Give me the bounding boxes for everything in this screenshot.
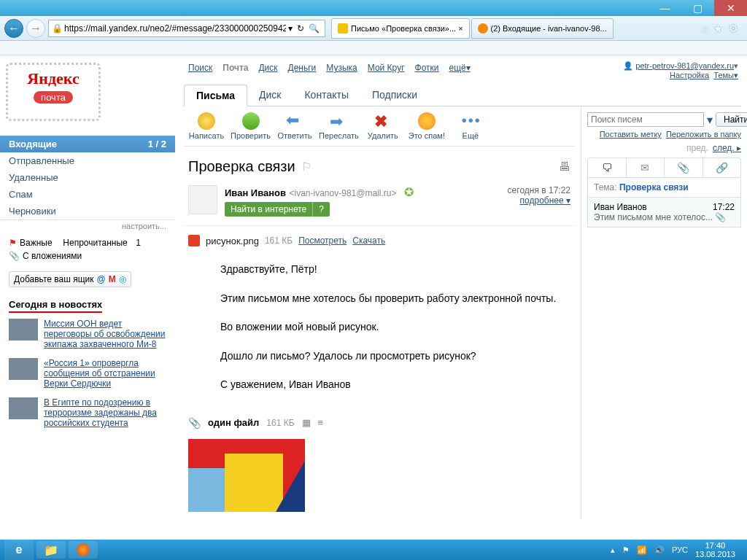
reply-icon: ⬅ xyxy=(286,112,303,130)
link-tab[interactable]: 🔗 xyxy=(703,158,741,177)
favorites-icon[interactable]: ★ xyxy=(713,23,723,34)
search-icon[interactable]: 🔍 xyxy=(309,23,320,34)
tray-up-icon[interactable]: ▴ xyxy=(611,545,615,555)
more-icon: ••• xyxy=(462,112,479,130)
dropdown-icon[interactable]: ▾ xyxy=(288,23,293,34)
news-item[interactable]: Миссия ООН ведет переговоры об освобожде… xyxy=(9,319,166,349)
home-icon[interactable]: ⌂ xyxy=(702,23,708,34)
window-titlebar: — ▢ ✕ xyxy=(0,0,747,16)
download-link[interactable]: Скачать xyxy=(352,236,385,246)
sender-name: Иван Иванов xyxy=(225,187,286,198)
spam-button[interactable]: Это спам! xyxy=(407,112,446,140)
flag-icon[interactable]: ⚐ xyxy=(301,160,311,174)
nav-photos[interactable]: Фотки xyxy=(415,63,439,77)
tray-flag-icon[interactable]: ⚑ xyxy=(622,545,630,555)
check-button[interactable]: Проверить xyxy=(231,112,271,140)
folder-drafts[interactable]: Черновики xyxy=(0,203,175,219)
tools-icon[interactable]: ⚙ xyxy=(729,23,738,34)
reply-button[interactable]: ⬅Ответить xyxy=(275,112,314,140)
taskbar-explorer[interactable]: 📁 xyxy=(36,541,66,559)
section-tabs: Письма Диск Контакты Подписки xyxy=(184,85,741,106)
search-button[interactable]: Найти xyxy=(716,112,747,127)
set-label-link[interactable]: Поставить метку xyxy=(600,130,662,139)
tray-network-icon[interactable]: 📶 xyxy=(637,545,647,555)
search-internet-button[interactable]: Найти в интернете? xyxy=(225,202,330,217)
attachment-size: 161 КБ xyxy=(265,236,293,246)
close-button[interactable]: ✕ xyxy=(714,0,747,16)
browser-menu: ⌂ ★ ⚙ xyxy=(697,23,743,34)
at-icon: @ xyxy=(96,274,105,284)
attach-tab[interactable]: 📎 xyxy=(665,158,703,177)
configure-link[interactable]: настроить... xyxy=(0,219,175,232)
grid-icon[interactable]: ▦ xyxy=(302,417,311,428)
tab-contacts[interactable]: Контакты xyxy=(293,85,360,106)
tray-volume-icon[interactable]: 🔊 xyxy=(654,545,665,555)
subject-block: Тема: Проверка связи xyxy=(587,178,741,198)
file-icon xyxy=(188,235,200,246)
refresh-icon[interactable]: ↻ xyxy=(297,23,304,34)
compose-button[interactable]: Написать xyxy=(187,112,226,140)
settings-link[interactable]: Настройка xyxy=(670,71,709,79)
tray-clock[interactable]: 17:40 13.08.2013 xyxy=(695,541,735,559)
tab-letters[interactable]: Письма xyxy=(184,85,247,106)
attachment-row: рисунок.png 161 КБ Посмотреть Скачать xyxy=(184,232,575,249)
browser-tab-1[interactable]: Письмо «Проверка связи»... × xyxy=(331,18,470,39)
browser-tab-2[interactable]: (2) Входящие - ivan-ivanov-98... xyxy=(471,18,614,39)
ie-icon: e xyxy=(16,543,23,556)
mail-search-input[interactable] xyxy=(587,112,704,127)
delete-button[interactable]: ✖Удалить xyxy=(363,112,403,140)
folder-deleted[interactable]: Удаленные xyxy=(0,169,175,186)
more-button[interactable]: •••Ещё xyxy=(451,112,490,140)
minimize-button[interactable]: — xyxy=(649,0,681,16)
folder-inbox[interactable]: Входящие1 / 2 xyxy=(0,136,175,152)
prev-link: пред. xyxy=(686,143,708,153)
news-block: Сегодня в новостях Миссия ООН ведет пере… xyxy=(0,292,175,443)
tray-lang[interactable]: РУС xyxy=(672,545,688,554)
tab-label: Письмо «Проверка связи»... × xyxy=(351,24,463,33)
browser-toolbar: ← → 🔒 ▾ ↻ 🔍 Письмо «Проверка связи»... ×… xyxy=(0,16,747,41)
forward-button[interactable]: ➡Переслать xyxy=(319,112,359,140)
back-button[interactable]: ← xyxy=(4,19,23,38)
nav-disk[interactable]: Диск xyxy=(258,63,277,77)
sidebar: Яндекс почта Входящие1 / 2 Отправленные … xyxy=(0,55,175,540)
account-email[interactable]: petr-petrov-981@yandex.ru xyxy=(635,61,734,70)
nav-more[interactable]: ещё▾ xyxy=(449,63,471,77)
nav-mail[interactable]: Почта xyxy=(222,63,248,77)
list-icon[interactable]: ≡ xyxy=(318,417,324,428)
news-item[interactable]: В Египте по подозрению в терроризме заде… xyxy=(9,397,166,428)
attachment-thumbnail[interactable] xyxy=(188,439,305,512)
nav-search[interactable]: Поиск xyxy=(188,63,212,77)
maximize-button[interactable]: ▢ xyxy=(681,0,714,16)
news-item[interactable]: «Россия 1» опровергла сообщения об отстр… xyxy=(9,358,166,389)
details-link[interactable]: подробнее ▾ xyxy=(520,195,570,206)
forward-button[interactable]: → xyxy=(26,19,45,38)
tab-subscriptions[interactable]: Подписки xyxy=(360,85,429,106)
thread-tab[interactable]: 🗨 xyxy=(588,158,627,177)
logo: Яндекс почта xyxy=(0,55,175,136)
thread-item[interactable]: Иван Иванов17:22 Этим письмом мне хотело… xyxy=(588,198,740,227)
start-button[interactable]: e xyxy=(4,540,34,560)
nav-money[interactable]: Деньги xyxy=(288,63,317,77)
themes-link[interactable]: Темы▾ xyxy=(713,71,738,79)
print-icon[interactable]: 🖶 xyxy=(559,160,570,174)
move-folder-link[interactable]: Переложить в папку xyxy=(666,130,741,139)
address-bar[interactable]: 🔒 ▾ ↻ 🔍 xyxy=(48,20,325,37)
thread-list: Иван Иванов17:22 Этим письмом мне хотело… xyxy=(587,198,741,228)
favicon-icon xyxy=(338,23,348,34)
taskbar-firefox[interactable] xyxy=(69,541,98,559)
nav-circle[interactable]: Мой Круг xyxy=(368,63,405,77)
nav-music[interactable]: Музыка xyxy=(326,63,357,77)
search-dropdown-icon[interactable]: ▾ xyxy=(707,113,713,127)
sender-email: <ivan-ivanov-981@mail.ru> xyxy=(290,188,397,198)
next-link[interactable]: след. ▸ xyxy=(713,143,741,153)
tab-strip: Письмо «Проверка связи»... × (2) Входящи… xyxy=(331,18,694,39)
envelope-tab[interactable]: ✉ xyxy=(627,158,665,177)
view-link[interactable]: Посмотреть xyxy=(298,236,347,246)
url-input[interactable] xyxy=(64,23,286,34)
add-mailbox-button[interactable]: Добавьте ваш ящик @ M ◎ xyxy=(9,271,131,287)
folder-spam[interactable]: Спам xyxy=(0,186,175,203)
tab-disk[interactable]: Диск xyxy=(247,85,293,106)
label-important[interactable]: ⚑Важные Непрочитанные 1 xyxy=(9,236,166,249)
folder-sent[interactable]: Отправленные xyxy=(0,152,175,169)
label-attachments[interactable]: 📎С вложениями xyxy=(9,249,166,262)
